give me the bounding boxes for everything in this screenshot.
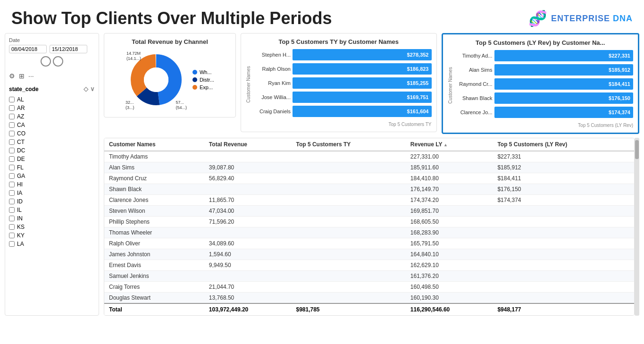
sidebar: Date ⚙ ⊞ ··· state_code ◇ ∨ ALARAZCACOCT xyxy=(5,33,99,316)
table-cell-4 xyxy=(493,227,634,238)
table-cell-0: James Johnston xyxy=(104,249,204,260)
table-row: Ernest Davis9,949.50162,629.10 xyxy=(104,260,634,271)
state-checkbox-ar[interactable] xyxy=(9,105,15,111)
bar-panel-ly: Top 5 Customers (LY Rev) by Customer Na.… xyxy=(442,33,640,134)
bar-fill: $176,150 xyxy=(494,92,634,104)
state-checkbox-co[interactable] xyxy=(9,131,15,136)
table-cell-1: 21,044.70 xyxy=(204,282,292,293)
table-col-2[interactable]: Top 5 Customers TY xyxy=(291,138,405,151)
table-cell-4: $184,411 xyxy=(493,173,634,184)
state-checkbox-fl[interactable] xyxy=(9,165,15,170)
table-cell-3: 160,498.50 xyxy=(406,282,493,293)
state-checkbox-az[interactable] xyxy=(9,114,15,119)
table-col-0[interactable]: Customer Names xyxy=(104,138,204,151)
state-checkbox-in[interactable] xyxy=(9,216,15,221)
bar-chart-ty-outer: Customer Names Stephen H...$278,352Ralph… xyxy=(246,49,432,120)
table-cell-3: 184,410.80 xyxy=(406,173,493,184)
table-cell-0: Shawn Black xyxy=(104,184,204,195)
state-checkbox-al[interactable] xyxy=(9,97,15,102)
legend-dot xyxy=(192,85,197,90)
table-cell-4 xyxy=(493,293,634,304)
state-checkbox-dc[interactable] xyxy=(9,148,15,153)
state-filter-sort-icon[interactable]: ◇ ∨ xyxy=(84,85,95,92)
table-cell-3: 169,851.70 xyxy=(406,206,493,217)
table-col-3[interactable]: Revenue LY xyxy=(406,138,493,151)
state-checkbox-il[interactable] xyxy=(9,207,15,213)
table-panel: Customer NamesTotal RevenueTop 5 Custome… xyxy=(104,138,635,316)
bar-fill: $174,374 xyxy=(494,107,634,118)
state-checkbox-hi[interactable] xyxy=(9,182,15,187)
table-col-1[interactable]: Total Revenue xyxy=(204,138,292,151)
table-row: Douglas Stewart13,768.50160,190.30 xyxy=(104,293,634,304)
legend-label: Exp... xyxy=(200,84,213,90)
table-wrap: Customer NamesTotal RevenueTop 5 Custome… xyxy=(104,138,639,316)
state-list-item: KY xyxy=(9,231,95,240)
table-cell-3: 165,791.50 xyxy=(406,238,493,249)
state-checkbox-ky[interactable] xyxy=(9,233,15,238)
table-cell-3: 227,331.00 xyxy=(406,151,493,162)
table-cell-3: 161,376.20 xyxy=(406,271,493,282)
date-end-input[interactable] xyxy=(50,45,87,53)
state-checkbox-ga[interactable] xyxy=(9,173,15,179)
page-header: Show Top Clients Over Multiple Periods 🧬… xyxy=(0,0,644,33)
data-table: Customer NamesTotal RevenueTop 5 Custome… xyxy=(104,138,634,315)
table-cell-2 xyxy=(291,271,405,282)
state-list-item: CA xyxy=(9,121,95,129)
table-scrollbar[interactable] xyxy=(635,138,639,316)
donut-label-wh: 14.72M(14.1...) xyxy=(126,51,141,61)
state-filter-label: state_code ◇ ∨ xyxy=(9,85,95,92)
state-checkbox-id[interactable] xyxy=(9,199,15,204)
table-icon[interactable]: ⊞ xyxy=(19,72,25,80)
table-cell-0: Ernest Davis xyxy=(104,260,204,271)
dna-icon: 🧬 xyxy=(528,9,547,27)
table-cell-3: 160,190.30 xyxy=(406,293,493,304)
donut-label-exp: 57...(54...) xyxy=(176,100,187,110)
table-row: Samuel Jenkins161,376.20 xyxy=(104,271,634,282)
bar-label: Timothy Ad... xyxy=(455,53,493,59)
table-cell-2 xyxy=(291,238,405,249)
state-label: LA xyxy=(17,241,24,247)
bar-chart-ly-outer: Customer Names Timothy Ad...$227,331Alan… xyxy=(448,50,634,121)
bar-ty-axis-label: Customer Names xyxy=(246,66,251,103)
state-list-item: CT xyxy=(9,138,95,146)
table-cell-1 xyxy=(204,227,292,238)
filter-icon[interactable]: ⚙ xyxy=(9,72,15,80)
date-inputs xyxy=(9,45,95,53)
table-body: Timothy Adams227,331.00$227,331Alan Sims… xyxy=(104,151,634,303)
table-col-4[interactable]: Top 5 Customers (LY Rev) xyxy=(493,138,634,151)
table-cell-0: Raymond Cruz xyxy=(104,173,204,184)
table-cell-2 xyxy=(291,282,405,293)
bar-value: $176,150 xyxy=(609,95,630,101)
state-list-item: IA xyxy=(9,189,95,197)
bar-fill: $169,751 xyxy=(293,92,432,103)
table-footer-cell-3: 116,290,546.60 xyxy=(406,303,493,315)
table-cell-3: 168,605.50 xyxy=(406,217,493,227)
date-start-input[interactable] xyxy=(9,45,47,53)
table-head: Customer NamesTotal RevenueTop 5 Custome… xyxy=(104,138,634,151)
table-cell-3: 176,149.70 xyxy=(406,184,493,195)
table-cell-4: $176,150 xyxy=(493,184,634,195)
state-checkbox-ct[interactable] xyxy=(9,139,15,145)
bar-value: $185,255 xyxy=(407,80,429,86)
legend-item: Exp... xyxy=(192,84,214,90)
bar-value: $227,331 xyxy=(609,53,630,59)
bar-fill: $184,411 xyxy=(494,78,634,90)
table-cell-4 xyxy=(493,249,634,260)
state-checkbox-de[interactable] xyxy=(9,156,15,162)
state-checkbox-la[interactable] xyxy=(9,241,15,247)
bar-row: Shawn Black$176,150 xyxy=(455,92,634,104)
table-cell-0: Clarence Jones xyxy=(104,195,204,206)
bar-ly-title: Top 5 Customers (LY Rev) by Customer Na.… xyxy=(448,39,634,46)
legend-dot xyxy=(192,70,197,75)
more-icon[interactable]: ··· xyxy=(28,72,34,80)
state-list-item: CO xyxy=(9,129,95,138)
bar-fill: $185,255 xyxy=(293,77,432,89)
state-filter: state_code ◇ ∨ ALARAZCACOCTDCDEFLGAHIIAI… xyxy=(9,85,95,248)
table-cell-4: $185,912 xyxy=(493,162,634,173)
bar-label: Shawn Black xyxy=(455,95,493,101)
state-checkbox-ca[interactable] xyxy=(9,122,15,128)
table-cell-2 xyxy=(291,260,405,271)
table-cell-2 xyxy=(291,206,405,217)
state-checkbox-ks[interactable] xyxy=(9,224,15,230)
state-checkbox-ia[interactable] xyxy=(9,190,15,196)
